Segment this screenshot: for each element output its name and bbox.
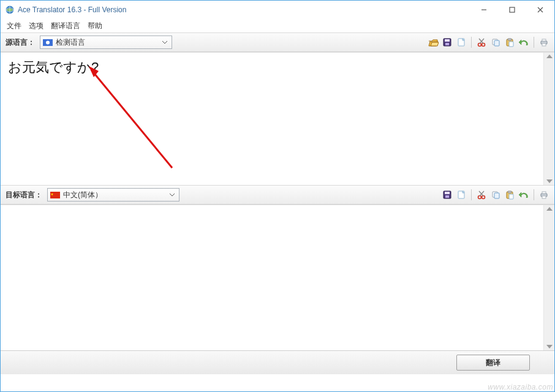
save-icon[interactable] — [442, 37, 453, 48]
copy-icon[interactable] — [490, 37, 501, 48]
source-toolbar: 源语言： 检测语言 — [1, 32, 554, 52]
menu-options[interactable]: 选项 — [29, 21, 43, 31]
target-scrollbar[interactable] — [543, 205, 554, 350]
source-text-pane: お元気ですか? — [1, 52, 554, 185]
print-icon[interactable] — [538, 37, 549, 48]
target-toolbar: 目标语言： 中文(简体） — [1, 185, 554, 205]
menu-translation-language[interactable]: 翻译语言 — [51, 21, 80, 31]
bottom-bar: 翻译 — [1, 350, 554, 374]
print-icon[interactable] — [538, 189, 549, 200]
open-icon[interactable] — [428, 37, 439, 48]
undo-icon[interactable] — [518, 37, 529, 48]
scroll-down-icon[interactable] — [546, 179, 553, 183]
chevron-down-icon — [168, 189, 176, 201]
menu-help[interactable]: 帮助 — [88, 21, 102, 31]
detect-flag-icon — [43, 39, 53, 46]
target-language-value: 中文(简体） — [63, 190, 168, 200]
cut-icon[interactable] — [476, 189, 487, 200]
source-language-select[interactable]: 检测语言 — [40, 36, 172, 49]
source-toolbar-icons — [428, 37, 549, 48]
target-language-label: 目标语言： — [6, 190, 42, 200]
target-toolbar-icons — [442, 189, 549, 200]
source-language-label: 源语言： — [6, 37, 35, 48]
source-language-value: 检测语言 — [56, 37, 160, 48]
source-scrollbar[interactable] — [543, 53, 554, 185]
target-text-area[interactable] — [1, 205, 543, 350]
cut-icon[interactable] — [476, 37, 487, 48]
app-globe-icon — [6, 6, 14, 14]
window-title: Ace Translator 16.3 - Full Version — [18, 6, 126, 14]
maximize-button[interactable] — [498, 1, 526, 19]
copy-icon[interactable] — [490, 189, 501, 200]
source-text-area[interactable]: お元気ですか? — [1, 53, 543, 185]
paste-icon[interactable] — [504, 37, 515, 48]
chevron-down-icon — [160, 36, 169, 48]
target-text-pane — [1, 205, 554, 350]
menu-bar: 文件 选项 翻译语言 帮助 — [1, 19, 554, 32]
paste-icon[interactable] — [504, 189, 515, 200]
scroll-down-icon[interactable] — [546, 345, 553, 349]
minimize-button[interactable] — [470, 1, 498, 19]
translate-button[interactable]: 翻译 — [456, 355, 530, 371]
china-flag-icon — [50, 192, 60, 198]
target-language-select[interactable]: 中文(简体） — [47, 188, 179, 202]
watermark-text: www.xiazaiba.com — [488, 383, 553, 391]
scroll-up-icon[interactable] — [546, 55, 553, 58]
new-icon[interactable] — [456, 189, 467, 200]
scroll-up-icon[interactable] — [546, 207, 553, 211]
svg-rect-20 — [510, 7, 515, 12]
save-icon[interactable] — [442, 189, 453, 200]
new-icon[interactable] — [456, 37, 467, 48]
undo-icon[interactable] — [518, 189, 529, 200]
title-bar: Ace Translator 16.3 - Full Version — [1, 1, 554, 19]
menu-file[interactable]: 文件 — [7, 21, 21, 31]
close-button[interactable] — [526, 1, 554, 19]
